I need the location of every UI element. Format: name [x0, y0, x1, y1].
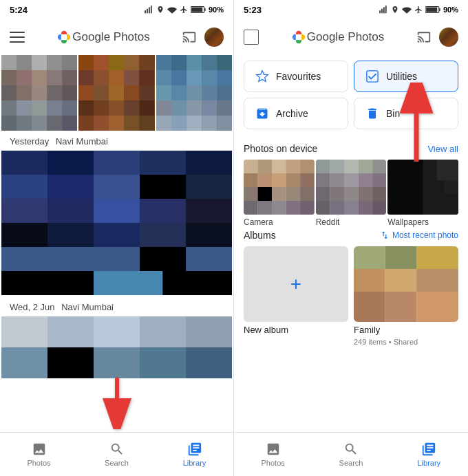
svg-rect-100 [140, 199, 186, 223]
svg-rect-51 [140, 85, 155, 100]
new-album-item[interactable]: + New album [244, 246, 348, 346]
svg-rect-18 [17, 70, 32, 85]
svg-rect-29 [32, 100, 47, 116]
svg-rect-163 [358, 160, 372, 173]
archive-label: Archive [276, 108, 308, 119]
svg-rect-20 [47, 70, 62, 85]
svg-rect-31 [62, 100, 77, 116]
svg-rect-57 [78, 116, 94, 131]
cast-icon-left[interactable] [182, 30, 196, 44]
svg-rect-168 [358, 173, 372, 187]
bin-svg [365, 107, 379, 120]
svg-rect-65 [202, 55, 217, 70]
camera-photo-svg [244, 160, 315, 215]
photo-thumb-1[interactable] [1, 55, 77, 131]
app-name-right: Google Photos [307, 30, 384, 44]
nav-photos-right[interactable]: Photos [234, 433, 312, 476]
device-folder-wallpapers[interactable]: Wallpapers [387, 160, 458, 227]
svg-rect-94 [94, 175, 140, 199]
google-photos-logo-icon [57, 30, 71, 44]
wifi-icon [167, 6, 177, 14]
svg-rect-36 [62, 116, 77, 131]
svg-rect-153 [286, 187, 301, 201]
svg-rect-30 [47, 100, 62, 116]
signal-icon [144, 5, 153, 14]
svg-rect-156 [258, 201, 273, 215]
location-text-2: Navi Mumbai [61, 302, 114, 312]
photo-thumb-2[interactable] [78, 55, 154, 131]
nav-library-right[interactable]: Library [390, 433, 468, 476]
right-panel: 5:23 90% [234, 0, 468, 476]
svg-rect-164 [372, 160, 387, 173]
svg-rect-1 [147, 9, 148, 13]
svg-rect-112 [47, 223, 94, 247]
svg-rect-150 [244, 187, 258, 201]
archive-svg [255, 107, 269, 120]
svg-rect-82 [156, 116, 171, 131]
family-album-item[interactable]: Family 249 items • Shared [354, 246, 458, 346]
svg-rect-152 [272, 187, 286, 201]
svg-rect-92 [1, 175, 47, 199]
photo-thumb-3[interactable] [156, 55, 232, 131]
location-icon-right [391, 6, 399, 14]
svg-rect-110 [163, 271, 233, 295]
svg-rect-183 [444, 180, 458, 194]
star-svg [255, 69, 269, 83]
svg-rect-70 [202, 70, 217, 85]
svg-rect-41 [140, 55, 155, 70]
checkbox-menu-icon[interactable] [244, 30, 259, 45]
svg-rect-63 [171, 55, 187, 70]
wallpapers-thumb [387, 160, 458, 215]
svg-rect-45 [125, 70, 140, 85]
nav-search-left[interactable]: Search [78, 433, 156, 476]
cast-icon-right[interactable] [417, 30, 431, 44]
device-folder-camera[interactable]: Camera [244, 160, 315, 227]
svg-rect-91 [186, 151, 232, 175]
new-album-label: New album [244, 325, 348, 335]
menu-icon[interactable] [10, 30, 25, 45]
svg-rect-35 [47, 116, 62, 131]
device-folder-reddit[interactable]: Reddit [316, 160, 387, 227]
arrow-down-annotation [96, 374, 138, 432]
albums-title: Albums [244, 230, 276, 241]
airplane-icon [180, 6, 188, 14]
svg-rect-166 [330, 173, 344, 187]
svg-rect-0 [145, 10, 146, 13]
svg-rect-159 [300, 201, 315, 215]
svg-rect-42 [78, 70, 94, 85]
svg-rect-33 [17, 116, 32, 131]
plus-icon: + [290, 273, 301, 295]
svg-rect-178 [358, 201, 372, 215]
nav-search-right[interactable]: Search [312, 433, 390, 476]
favourites-card[interactable]: Favourites [244, 61, 348, 92]
svg-rect-142 [272, 160, 286, 173]
most-recent-sort[interactable]: Most recent photo [380, 230, 458, 240]
svg-rect-114 [140, 247, 186, 271]
svg-rect-147 [272, 173, 286, 187]
status-icons-left: 90% [144, 5, 224, 14]
svg-rect-143 [286, 160, 301, 173]
svg-rect-56 [140, 100, 155, 116]
nav-photos-left[interactable]: Photos [0, 433, 78, 476]
svg-rect-123 [140, 347, 186, 378]
family-album-thumb [354, 246, 458, 322]
photo-row2[interactable] [1, 316, 232, 378]
svg-rect-22 [1, 85, 17, 100]
svg-rect-118 [140, 316, 186, 347]
svg-rect-158 [286, 201, 301, 215]
avatar-left[interactable] [204, 28, 224, 47]
utilities-icon [365, 69, 379, 83]
svg-rect-162 [344, 160, 359, 173]
svg-rect-16 [62, 55, 77, 70]
svg-rect-120 [1, 347, 47, 378]
svg-rect-140 [244, 160, 258, 173]
svg-rect-165 [316, 173, 330, 187]
nav-library-left[interactable]: Library [156, 433, 233, 476]
family-album-label: Family [354, 325, 458, 335]
large-photo[interactable] [1, 151, 232, 295]
archive-card[interactable]: Archive [244, 98, 348, 129]
svg-rect-54 [109, 100, 124, 116]
svg-rect-174 [372, 187, 387, 201]
reddit-label: Reddit [316, 217, 387, 227]
avatar-right[interactable] [439, 28, 458, 47]
